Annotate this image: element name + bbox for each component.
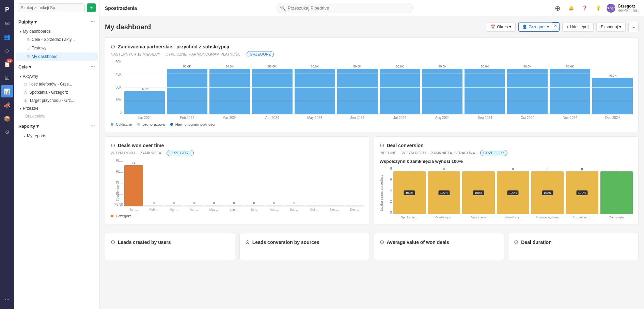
pulpity-section-header[interactable]: Pulpity ▾ ···: [14, 16, 99, 28]
dc-x-s6: Uzupełnien...: [566, 216, 598, 219]
nav-activities[interactable]: 📋 11: [1, 58, 13, 70]
deals-won-legend-item: Grzegorz: [111, 214, 131, 218]
subscription-tag: GRZEGORZ: [247, 51, 274, 57]
bar-sep-fill: [465, 69, 505, 114]
cele-section-header[interactable]: Cele ▾ ···: [14, 61, 99, 73]
nav-insights[interactable]: 📊: [1, 85, 13, 97]
notification-bell-icon[interactable]: 🔔: [566, 3, 577, 14]
deal-conversion-meta: PIPELINE · W TYM ROKU · ZAMKNIĘTA, STRAC…: [380, 150, 633, 156]
deals-won-dot-2: ·: [163, 151, 164, 155]
dc-bar-s5-fill: 100%: [531, 171, 564, 214]
sidebar-search-input[interactable]: [18, 3, 85, 12]
period-filter-button[interactable]: 📅 Okres ▾: [486, 22, 516, 32]
raporty-label: Raporty: [18, 124, 35, 129]
subscription-meta: NASTĘPNYCH 12 MIESIĘCY · CYKLICZNE, HARM…: [111, 51, 633, 57]
dc-x-s1: Spotkanie ...: [393, 216, 426, 219]
nav-integrations[interactable]: ⚙: [1, 126, 13, 138]
dc-meta-type: ZAMKNIĘTA, STRACONA: [431, 151, 475, 155]
dashboard-more-button[interactable]: ···: [628, 22, 639, 32]
nav-tasks[interactable]: ☑: [1, 72, 13, 84]
my-dashboards-header[interactable]: ▾ My dashboards: [14, 28, 99, 35]
bar-oct-fill: [507, 69, 548, 114]
nav-products[interactable]: 📦: [1, 112, 13, 125]
pulpity-more-icon[interactable]: ···: [91, 19, 95, 25]
raporty-more-icon[interactable]: ···: [91, 123, 95, 129]
dc-x-s3: Negocjacje: [462, 216, 494, 219]
search-bar-container: 🔍: [277, 3, 413, 13]
dw-bar-label-mar: 0: [173, 201, 175, 205]
bar-label-oct: 50.0K: [523, 65, 532, 68]
dc-bar-label-s2: 8: [443, 167, 445, 171]
cele-more-icon[interactable]: ···: [91, 64, 95, 70]
dc-badge-s3: 100%: [473, 190, 484, 195]
dw-bar-label-feb: 0: [153, 201, 155, 205]
dc-bar-s7-fill: [600, 171, 633, 214]
sidebar-item-my-dashboard[interactable]: ⊞ My dashboard: [16, 52, 98, 61]
sidebar-item-ilosc[interactable]: ◎ Ilość telefonów - Grze...: [14, 80, 99, 88]
dw-bar-label-oct: 0: [314, 201, 315, 205]
raporty-section-header[interactable]: Raporty ▾ ···: [14, 120, 99, 132]
dw-y-pln0: PLN0: [111, 203, 123, 206]
share-button[interactable]: ↑ Udostępnij: [562, 22, 594, 32]
deal-duration-widget: ⊙ Deal duration: [508, 233, 639, 260]
global-search-input[interactable]: [277, 3, 413, 13]
dc-badge-s1: 100%: [404, 190, 415, 195]
cele-chevron-icon: ▾: [29, 64, 31, 69]
nav-more[interactable]: ···: [1, 293, 13, 306]
sidebar: + Pulpity ▾ ··· ▾ My dashboards ⊞ Cele -…: [14, 0, 99, 309]
bulb-icon[interactable]: 💡: [593, 3, 604, 14]
raporty-label-row: Raporty ▾: [18, 124, 39, 129]
dc-x-s5: Umowa wysłana: [531, 216, 564, 219]
x-label-may: May 2024: [295, 116, 335, 120]
nav-deals[interactable]: ◇: [1, 44, 13, 57]
dc-x-labels: Spotkanie ... Oferta wys... Negocjacje W…: [393, 216, 633, 219]
bar-label-jun: 50.0K: [353, 65, 361, 68]
dc-dot-1: ·: [398, 151, 399, 155]
x-label-jan: Jan 2024: [124, 116, 165, 120]
x-label-aug: Aug 2024: [422, 116, 462, 120]
dashboard-controls: 📅 Okres ▾ 👤 Grzegorz ▾ ✕ ↑ Udostępnij: [486, 22, 639, 32]
main-content: Spostrzeżenia 🔍 ⊕ 🔔 ❓ 💡 Grzegorz Grzegor…: [99, 0, 644, 309]
help-icon[interactable]: ❓: [579, 3, 590, 14]
sidebar-item-spotkania[interactable]: ◎ Spotkania - Grzegorz: [14, 88, 99, 96]
dw-bar-label-nov: 0: [334, 201, 335, 205]
user-filter-button[interactable]: 👤 Grzegorz ▾: [519, 22, 552, 31]
topbar-left: Spostrzeżenia: [105, 5, 137, 11]
dc-dot-3: ·: [477, 151, 478, 155]
sidebar-item-testowy[interactable]: ⊞ Testowy: [16, 44, 98, 52]
aktywny-header[interactable]: ▾ Aktywny: [14, 73, 99, 80]
nav-contacts[interactable]: 👥: [1, 31, 13, 43]
dc-bar-negocjacje: 8 100%: [462, 167, 494, 214]
x-label-apr: Apr 2024: [252, 116, 293, 120]
deals-won-x-labels: Jan ... Feb ... Mar ... Apr ... May ... …: [124, 208, 364, 211]
dc-y-2: 2: [385, 200, 392, 203]
add-button[interactable]: +: [87, 3, 96, 12]
bar-label-mar: 50.0K: [226, 65, 234, 68]
sidebar-item-target[interactable]: ◎ Target przychodu - Grz...: [14, 96, 99, 105]
target-icon-3: ◎: [24, 98, 27, 103]
dc-bars: 8 100% 8 100%: [393, 167, 633, 214]
sidebar-item-label-2: Testowy: [32, 46, 46, 50]
nav-mail[interactable]: ✉: [1, 17, 13, 29]
dw-x-may: May ...: [205, 208, 223, 211]
dc-bar-label-s4: 8: [512, 167, 514, 171]
dw-bar-aug-fill: [265, 205, 284, 206]
add-global-button[interactable]: ⊕: [552, 3, 563, 14]
export-button[interactable]: Eksportuj ▾: [596, 22, 626, 32]
close-user-filter-button[interactable]: ✕: [552, 22, 559, 29]
nav-logo[interactable]: P: [1, 3, 13, 16]
deals-won-meta-year: W TYM ROKU: [111, 151, 135, 155]
dashboard-grid-icon: ⊞: [27, 37, 30, 42]
deals-won-legend: Grzegorz: [111, 214, 364, 218]
bar-jun-fill: [337, 69, 378, 114]
dw-bar-apr: 0: [185, 159, 203, 206]
dw-bar-feb-fill: [144, 205, 163, 206]
przeszle-header[interactable]: ▾ Przeszłe: [14, 105, 99, 112]
dashboard-grid-icon-3: ⊞: [27, 55, 30, 59]
nav-campaigns[interactable]: 📣: [1, 99, 13, 111]
sidebar-item-my-reports[interactable]: ▸ My reports: [14, 132, 99, 140]
sidebar-item-label: Cele - Sprzedaż i akty...: [32, 37, 75, 42]
sidebar-item-cele-sprzedaz[interactable]: ⊞ Cele - Sprzedaż i akty...: [16, 35, 98, 44]
user-profile[interactable]: Grzegorz Grzegorz RevPoint Test: [607, 4, 639, 13]
dw-bar-label-jul: 0: [253, 201, 255, 205]
